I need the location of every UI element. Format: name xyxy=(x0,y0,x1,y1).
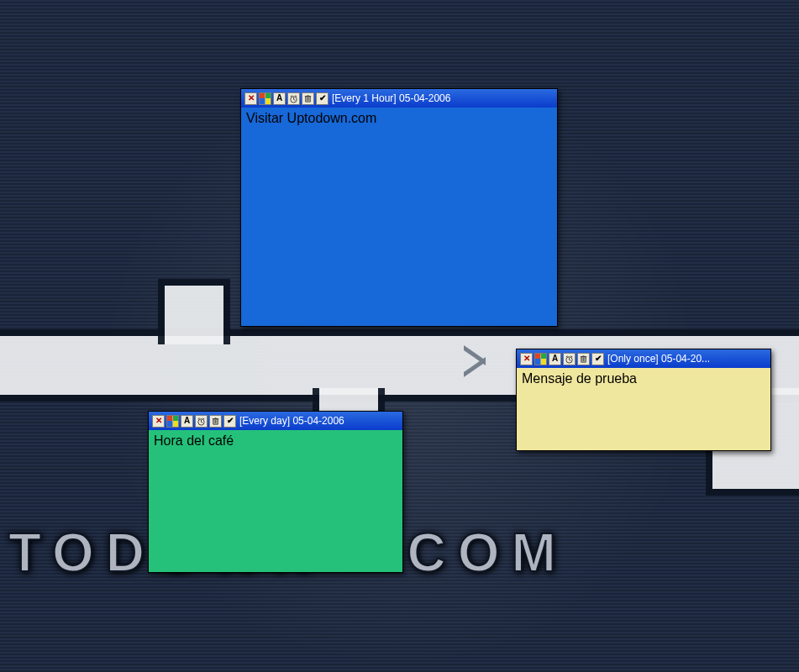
note-date: 05-04-20... xyxy=(661,353,710,365)
color-picker-icon[interactable] xyxy=(259,92,271,105)
check-icon[interactable]: ✔ xyxy=(223,415,236,428)
font-icon[interactable]: A xyxy=(273,92,286,105)
note-frequency: [Every day] xyxy=(239,415,290,427)
alarm-icon[interactable] xyxy=(195,415,208,428)
sticky-note-blue[interactable]: ✕ A ✔ [Every 1 Hour] 05-04-2006 Visitar … xyxy=(240,88,558,327)
alarm-icon[interactable] xyxy=(563,353,576,365)
wallpaper-chevron-icon xyxy=(464,344,486,378)
trash-icon[interactable] xyxy=(209,415,222,428)
desktop-wallpaper: TODOWN ▪ COM ✕ A ✔ [Every 1 Hour] 05-04-… xyxy=(0,0,799,672)
note-body[interactable]: Visitar Uptodown.com xyxy=(241,108,557,326)
check-icon[interactable]: ✔ xyxy=(591,353,604,365)
note-title-text: [Every day] 05-04-2006 xyxy=(239,415,344,427)
close-icon[interactable]: ✕ xyxy=(520,353,533,365)
wallpaper-stub xyxy=(158,279,230,344)
font-icon[interactable]: A xyxy=(549,353,561,365)
note-title-text: [Every 1 Hour] 05-04-2006 xyxy=(332,92,450,104)
color-picker-icon[interactable] xyxy=(166,415,179,428)
note-frequency: [Only once] xyxy=(607,353,659,365)
sticky-note-yellow[interactable]: ✕ A ✔ [Only once] 05-04-20... Mensaje de… xyxy=(516,349,771,451)
note-titlebar[interactable]: ✕ A ✔ [Only once] 05-04-20... xyxy=(517,349,770,368)
close-icon[interactable]: ✕ xyxy=(244,92,257,105)
note-titlebar[interactable]: ✕ A ✔ [Every day] 05-04-2006 xyxy=(149,412,402,430)
note-body[interactable]: Hora del café xyxy=(149,430,402,572)
note-date: 05-04-2006 xyxy=(399,92,450,104)
note-title-text: [Only once] 05-04-20... xyxy=(607,353,710,365)
alarm-icon[interactable] xyxy=(287,92,300,105)
trash-icon[interactable] xyxy=(302,92,314,105)
close-icon[interactable]: ✕ xyxy=(152,415,165,428)
note-body[interactable]: Mensaje de prueba xyxy=(517,368,770,450)
note-date: 05-04-2006 xyxy=(292,415,344,427)
trash-icon[interactable] xyxy=(577,353,590,365)
note-titlebar[interactable]: ✕ A ✔ [Every 1 Hour] 05-04-2006 xyxy=(241,89,557,108)
sticky-note-green[interactable]: ✕ A ✔ [Every day] 05-04-2006 Hora del ca… xyxy=(148,411,403,573)
color-picker-icon[interactable] xyxy=(534,353,547,365)
font-icon[interactable]: A xyxy=(181,415,193,428)
check-icon[interactable]: ✔ xyxy=(316,92,329,105)
note-frequency: [Every 1 Hour] xyxy=(332,92,397,104)
